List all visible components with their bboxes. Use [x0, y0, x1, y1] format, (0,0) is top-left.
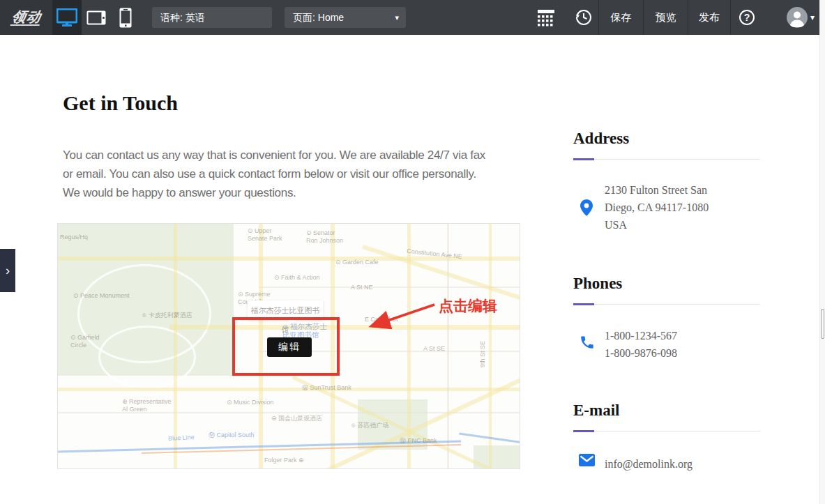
mobile-icon: [119, 8, 132, 28]
address-text: 2130 Fulton Street San Diego, CA 94117-1…: [605, 181, 709, 234]
email-title: E-mail: [573, 402, 619, 420]
account-menu-caret[interactable]: ▾: [810, 0, 815, 35]
map-poi-label: ⊙ Peace Monument: [73, 292, 130, 300]
save-button[interactable]: 保存: [599, 0, 643, 35]
map-poi-label: E Capitol St: [365, 316, 398, 323]
toolbar-divider: [730, 0, 731, 35]
publish-button[interactable]: 发布: [688, 0, 730, 35]
phone-icon: [580, 335, 595, 350]
help-button[interactable]: ?: [736, 0, 757, 35]
intro-paragraph: You can contact us any way that is conve…: [63, 146, 537, 202]
page-select[interactable]: 页面: Home ▾: [285, 7, 406, 28]
account-avatar[interactable]: [787, 7, 808, 28]
scrollbar-thumb[interactable]: [821, 309, 824, 339]
editor-toolbar: 领动 语种: 英语 页面: Home ▾: [0, 0, 825, 35]
map-road: [174, 224, 177, 469]
map-road: [58, 388, 520, 391]
mobile-view-button[interactable]: [111, 0, 140, 35]
map-poi-label: A St NE: [351, 284, 373, 291]
desktop-icon: [56, 8, 77, 26]
map-poi-label: Folger Park ⊕: [264, 457, 304, 464]
chevron-down-icon: ▾: [395, 7, 399, 28]
map-poi-label: Ⓦ SunTrust Bank: [302, 384, 351, 392]
map-poi-label: ⊙ Music Division: [227, 399, 274, 406]
app-logo[interactable]: 领动: [0, 0, 52, 35]
preview-button[interactable]: 预览: [644, 0, 688, 35]
map-poi-label: ⊙ 卡皮托利蒙酒店: [142, 312, 192, 319]
phones-title: Phones: [573, 275, 622, 293]
map-poi-label: Ⓜ Capitol South: [209, 432, 255, 439]
tablet-icon: [86, 10, 106, 25]
page-title: Get in Touch: [63, 91, 178, 115]
map-poi-label: ⊙ 苏匹德广场: [351, 422, 389, 429]
mail-icon: [579, 454, 595, 466]
vertical-scrollbar: [819, 0, 825, 504]
logo-text: 领动: [10, 9, 43, 26]
desktop-view-button[interactable]: [52, 0, 82, 35]
map-road: [447, 224, 449, 469]
map-poi-label: ⊙ Faith & Action: [274, 274, 320, 282]
map-poi-label: ⊕ Representative Al Green: [122, 398, 172, 413]
section-divider: [573, 431, 760, 432]
grid-icon: [537, 8, 555, 26]
panel-expand-tab[interactable]: ›: [0, 249, 15, 292]
chevron-right-icon: ›: [6, 264, 10, 278]
map-poi-label: ⊙ Upper Senate Park: [248, 227, 282, 243]
map-widget[interactable]: Regus/Hq⊙ Upper Senate Park⊙ Senator Ron…: [57, 223, 520, 469]
section-divider: [573, 304, 760, 305]
map-poi-label: 9th St SE: [479, 341, 487, 367]
history-button[interactable]: [572, 0, 596, 35]
email-text: info@demolink.org: [605, 455, 692, 473]
map-park-ring: [98, 326, 196, 388]
map-poi-label: Ⓦ PNC Bank: [400, 437, 437, 445]
map-poi-label: Regus/Hq: [60, 234, 88, 241]
history-icon: [575, 8, 593, 26]
map-poi-label: ⊙ Senator Ron Johnson: [306, 229, 343, 245]
map-road: [169, 325, 520, 330]
page-select-value: 页面: Home: [293, 12, 344, 23]
user-icon: [787, 7, 808, 28]
grid-view-button[interactable]: [534, 0, 558, 35]
tablet-view-button[interactable]: [82, 0, 111, 35]
map-poi-label: ⊖ 国会山景观酒店: [271, 415, 322, 422]
map-poi-label: A St SE: [423, 345, 445, 353]
annotation-hint-text: 点击编辑: [439, 296, 497, 316]
edit-button[interactable]: 编辑: [267, 337, 312, 357]
phones-text: 1-800-1234-567 1-800-9876-098: [605, 327, 677, 362]
address-title: Address: [573, 130, 629, 148]
location-pin-icon: [580, 199, 593, 216]
help-icon: ?: [739, 10, 755, 25]
section-divider: [573, 159, 760, 160]
map-poi-label: ⊙ Garfield Circle: [70, 334, 100, 349]
map-poi-label: ⊙ Garden Cafe: [335, 259, 379, 266]
map-poi-label: Blue Line: [168, 434, 195, 443]
map-road: [489, 224, 492, 469]
language-field[interactable]: 语种: 英语: [152, 7, 272, 28]
